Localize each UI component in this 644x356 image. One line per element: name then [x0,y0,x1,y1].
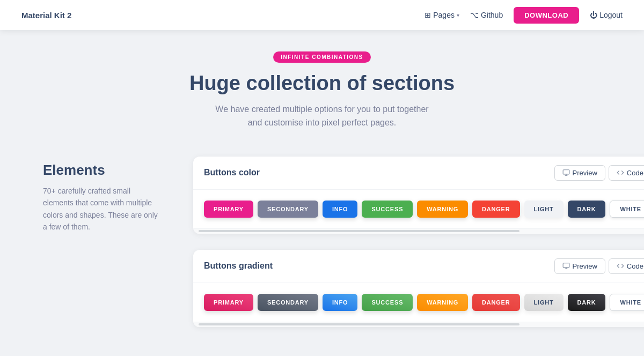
navbar-right: ⊞ Pages ▾ ⌥ Github DOWNLOAD ⏻ Logout [425,7,623,24]
monitor-icon-gradient [562,262,570,270]
scroll-hint-gradient [193,322,644,327]
btn-dark-gradient[interactable]: DARK [568,294,606,311]
code-icon-gradient [617,262,624,270]
buttons-gradient-title: Buttons gradient [204,261,273,271]
preview-button-color[interactable]: Preview [554,165,605,181]
logout-nav-item[interactable]: ⏻ Logout [590,11,623,19]
btn-info[interactable]: INFO [323,201,357,218]
scroll-hint-color [193,228,644,234]
btn-white[interactable]: WHITE [610,201,644,218]
logout-icon: ⏻ [590,11,597,19]
svg-rect-3 [563,263,569,268]
buttons-gradient-card: Buttons gradient Preview Code PRIMARY SE… [193,250,644,327]
github-nav-item[interactable]: ⌥ Github [470,11,503,19]
btn-danger-gradient[interactable]: DANGER [472,294,519,311]
grid-icon: ⊞ [425,11,431,19]
btn-success-gradient[interactable]: SUCCESS [362,294,413,311]
github-icon: ⌥ [470,11,479,19]
hero-title: Huge collection of sections [11,71,633,96]
buttons-color-title: Buttons color [204,168,260,177]
svg-rect-0 [563,170,569,174]
buttons-color-header: Buttons color Preview Code [193,157,644,190]
pages-label: Pages [433,11,455,19]
btn-light[interactable]: LIGHT [524,201,564,218]
buttons-color-row: PRIMARY SECONDARY INFO SUCCESS WARNING D… [193,190,644,228]
pages-nav-item[interactable]: ⊞ Pages ▾ [425,11,459,19]
preview-button-gradient[interactable]: Preview [554,258,605,274]
btn-info-gradient[interactable]: INFO [323,294,357,311]
preview-label-gradient: Preview [573,262,597,270]
buttons-color-actions: Preview Code [554,165,644,181]
code-label-color: Code [627,169,643,177]
chevron-down-icon: ▾ [457,12,459,18]
logout-label: Logout [599,11,623,19]
btn-primary[interactable]: PRIMARY [204,201,253,218]
scrollbar-inner-color [199,230,519,232]
btn-primary-gradient[interactable]: PRIMARY [204,294,253,311]
buttons-gradient-row: PRIMARY SECONDARY INFO SUCCESS WARNING D… [193,283,644,322]
code-icon [617,169,624,176]
btn-danger[interactable]: DANGER [472,201,519,218]
sidebar: Elements 70+ carefully crafted small ele… [43,157,161,327]
scrollbar-inner-gradient [199,323,519,325]
buttons-gradient-header: Buttons gradient Preview Code [193,250,644,283]
code-button-color[interactable]: Code [609,165,644,181]
btn-light-gradient[interactable]: LIGHT [524,294,564,311]
cards-area: Buttons color Preview Code PRIMARY SECON… [193,157,644,327]
btn-secondary[interactable]: SECONDARY [258,201,318,218]
navbar: Material Kit 2 ⊞ Pages ▾ ⌥ Github DOWNLO… [0,0,644,30]
main-content: Elements 70+ carefully crafted small ele… [0,146,644,338]
hero-section: INFINITE COMBINATIONS Huge collection of… [0,30,644,146]
hero-subtitle: We have created multiple options for you… [209,102,435,130]
code-button-gradient[interactable]: Code [609,258,644,274]
navbar-brand: Material Kit 2 [21,11,71,20]
hero-badge: INFINITE COMBINATIONS [273,51,371,63]
download-button[interactable]: DOWNLOAD [514,7,579,24]
github-label: Github [481,11,503,19]
btn-warning[interactable]: WARNING [417,201,468,218]
preview-label-color: Preview [573,169,597,177]
btn-white-gradient[interactable]: WHITE [610,294,644,311]
sidebar-desc: 70+ carefully crafted small elements tha… [43,185,161,233]
btn-warning-gradient[interactable]: WARNING [417,294,468,311]
btn-dark[interactable]: DARK [568,201,606,218]
btn-success[interactable]: SUCCESS [362,201,413,218]
monitor-icon [562,169,570,176]
code-label-gradient: Code [627,262,643,270]
buttons-color-card: Buttons color Preview Code PRIMARY SECON… [193,157,644,234]
btn-secondary-gradient[interactable]: SECONDARY [258,294,318,311]
sidebar-title: Elements [43,162,161,179]
buttons-gradient-actions: Preview Code [554,258,644,274]
